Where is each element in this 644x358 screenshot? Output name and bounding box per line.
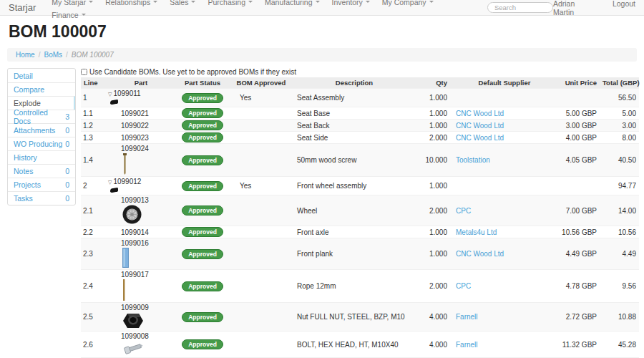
column-header-bom: BOM Approved: [228, 77, 294, 89]
supplier-link[interactable]: CPC: [456, 282, 471, 290]
part-line: 1099023: [121, 134, 174, 142]
cell-unit-price: 2.72 GBP: [559, 303, 600, 332]
cell-unit-price: 4.05 GBP: [559, 144, 600, 177]
cell-bom-approved: [228, 107, 294, 120]
main-panel: Use Candidate BOMs. Use yet to be approv…: [81, 68, 639, 358]
chevron-down-icon: [191, 1, 195, 3]
menu-inventory[interactable]: Inventory: [332, 0, 370, 6]
cell-bom-approved: Yes: [228, 177, 294, 195]
cell-description: BOLT, HEX HEAD, HT, M10X40: [294, 332, 414, 358]
cell-total: 14.00: [600, 195, 639, 226]
brand-logo[interactable]: Starjar: [9, 2, 36, 13]
cell-line-number: 1.1: [81, 107, 105, 120]
cell-total: 4.49: [600, 238, 639, 270]
cell-unit-price: [559, 177, 600, 195]
breadcrumb-item[interactable]: BoMs: [44, 51, 62, 59]
sidebar-item-label: Tasks: [14, 194, 33, 203]
supplier-link[interactable]: Farnell: [456, 341, 478, 349]
cell-description: Seat Assembly: [294, 89, 414, 107]
part-cell: 1099008: [108, 332, 174, 356]
cell-total: 3.00: [600, 120, 639, 132]
cell-part-status: Approved: [177, 132, 228, 144]
cell-default-supplier: CNC Wood Ltd: [450, 238, 559, 270]
sidebar-item-count: 3: [65, 112, 69, 121]
cell-description: Front wheel assembly: [294, 177, 414, 195]
column-header-total: Total (GBP): [600, 77, 639, 89]
menu-relationships[interactable]: Relationships: [105, 0, 157, 6]
sidebar-item-history[interactable]: History: [8, 150, 75, 164]
cell-default-supplier: CPC: [450, 195, 559, 226]
part-image: [122, 312, 174, 329]
part-line: 1099014: [121, 228, 174, 236]
cell-unit-price: 4.49 GBP: [559, 238, 600, 270]
part-number: 1099016: [121, 239, 149, 247]
menu-finance[interactable]: Finance: [52, 11, 85, 19]
user-menu-link[interactable]: Adrian Martin: [553, 0, 597, 16]
breadcrumb-item[interactable]: Home: [16, 51, 35, 59]
sidebar-item-label: Detail: [14, 72, 33, 80]
bom-row-1.1: 1.11099021ApprovedSeat Base1.000CNC Wood…: [81, 107, 639, 120]
cell-default-supplier: CNC Wood Ltd: [450, 107, 559, 120]
bom-row-2.6: 2.61099008ApprovedBOLT, HEX HEAD, HT, M1…: [81, 332, 639, 358]
cell-default-supplier: CPC: [450, 270, 559, 303]
supplier-link[interactable]: CNC Wood Ltd: [456, 134, 504, 142]
seat-icon: [109, 187, 119, 195]
column-header-desc: Description: [294, 77, 414, 89]
column-header-price: Unit Price: [559, 77, 600, 89]
chevron-down-icon: [153, 1, 157, 3]
table-header-row: LinePartPart StatusBOM ApprovedDescripti…: [81, 77, 639, 89]
part-image: [122, 205, 174, 224]
cell-bom-approved: [228, 144, 294, 177]
supplier-link[interactable]: CNC Wood Ltd: [456, 122, 504, 130]
candidate-boms-checkbox[interactable]: [81, 69, 87, 75]
supplier-link[interactable]: Farnell: [456, 313, 478, 321]
supplier-link[interactable]: CNC Wood Ltd: [456, 110, 504, 117]
candidate-boms-option: Use Candidate BOMs. Use yet to be approv…: [81, 68, 639, 76]
cell-description: Wheel: [294, 195, 414, 226]
part-cell: 1099024: [108, 145, 174, 175]
part-line: 1099022: [121, 122, 174, 130]
search-input[interactable]: [487, 2, 553, 13]
supplier-link[interactable]: Toolstation: [456, 156, 490, 164]
supplier-link[interactable]: Metals4u Ltd: [456, 228, 497, 236]
cell-unit-price: 3.00 GBP: [559, 120, 600, 132]
cell-unit-price: 11.32 GBP: [559, 332, 600, 358]
cell-line-number: 2.2: [81, 226, 105, 238]
sidebar-item-detail[interactable]: Detail: [8, 69, 75, 82]
seat-icon: [109, 99, 119, 107]
menu-label: My Starjar: [52, 0, 86, 6]
sidebar-item-label: WO Producing: [14, 140, 62, 148]
candidate-boms-label: Use Candidate BOMs. Use yet to be approv…: [89, 68, 296, 76]
expand-collapse-icon[interactable]: ▽: [108, 90, 112, 98]
sidebar-item-controlled-docs[interactable]: Controlled Docs3: [8, 110, 75, 123]
cell-part-status: Approved: [177, 177, 228, 195]
menu-purchasing[interactable]: Purchasing: [208, 0, 253, 6]
chevron-down-icon: [429, 1, 434, 3]
supplier-link[interactable]: CNC Wood Ltd: [456, 250, 504, 258]
cell-total: 10.56: [600, 226, 639, 238]
sidebar-item-projects[interactable]: Projects0: [8, 178, 75, 191]
logout-link[interactable]: Logout: [613, 0, 635, 16]
status-badge: Approved: [182, 227, 223, 237]
cell-line-number: 2.6: [81, 332, 105, 358]
cell-line-number: 2.4: [81, 270, 105, 303]
cell-qty: 10.000: [414, 144, 450, 177]
menu-my-starjar[interactable]: My Starjar: [52, 0, 93, 6]
sidebar-item-compare[interactable]: Compare: [8, 82, 75, 96]
page-title: BOM 100007: [9, 22, 637, 42]
menu-sales[interactable]: Sales: [170, 0, 195, 6]
sidebar-item-tasks[interactable]: Tasks0: [8, 191, 75, 205]
part-number: 1099012: [113, 178, 141, 185]
part-cell: 1099016: [108, 239, 174, 268]
cell-qty: 1.000: [414, 120, 450, 132]
breadcrumb-item: BOM 100007: [72, 51, 114, 59]
sidebar-item-wo-producing[interactable]: WO Producing0: [8, 137, 75, 150]
expand-collapse-icon[interactable]: ▽: [108, 178, 112, 186]
menu-my-company[interactable]: My Company: [382, 0, 434, 6]
cell-line-number: 2: [81, 177, 105, 195]
sidebar-item-notes[interactable]: Notes0: [8, 164, 75, 178]
blue-plank-icon: [122, 261, 129, 269]
cell-description: Seat Base: [294, 107, 414, 120]
supplier-link[interactable]: CPC: [456, 207, 471, 215]
menu-manufacturing[interactable]: Manufacturing: [265, 0, 320, 6]
